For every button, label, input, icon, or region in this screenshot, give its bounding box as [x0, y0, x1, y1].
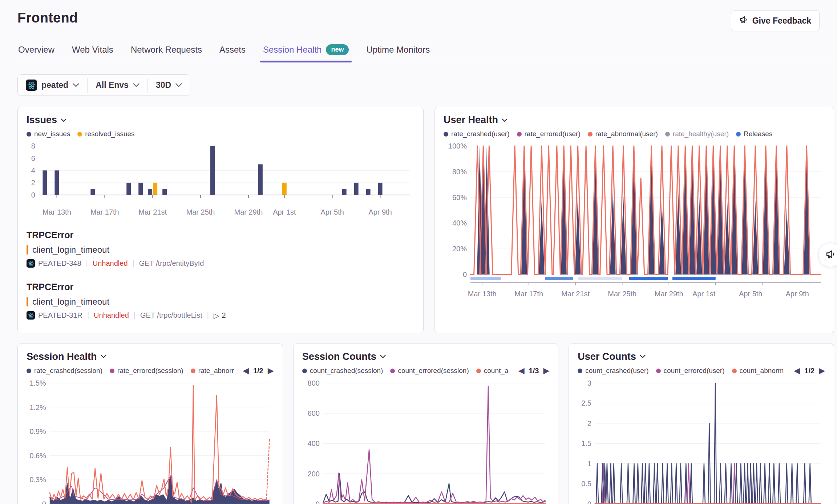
- legend-label: Releases: [744, 130, 772, 138]
- svg-text:60%: 60%: [452, 194, 467, 202]
- tab-label: Web Vitals: [72, 45, 113, 55]
- legend-dot-icon: [476, 369, 481, 373]
- replay-count[interactable]: ▷ 2: [214, 311, 226, 320]
- legend-item[interactable]: rate_crashed(user): [444, 130, 510, 138]
- environment-filter[interactable]: All Envs: [88, 75, 147, 95]
- issues-bar-chart[interactable]: 02468Mar 13thMar 17thMar 21stMar 25thMar…: [27, 142, 415, 220]
- user-health-chart[interactable]: 020%40%60%80%100%Mar 13thMar 17thMar 21s…: [444, 142, 825, 301]
- legend-item[interactable]: count_crashed(user): [578, 367, 648, 375]
- legend-item[interactable]: count_errored(user): [656, 367, 725, 375]
- legend-item[interactable]: rate_errored(session): [110, 367, 183, 375]
- legend-dot-icon: [578, 369, 582, 373]
- svg-text:0: 0: [315, 500, 319, 504]
- issue-endpoint: GET /trpc/bottleList: [140, 311, 202, 320]
- legend-item[interactable]: count_abnorm: [732, 367, 784, 375]
- svg-text:0.5: 0.5: [581, 480, 591, 488]
- svg-text:2: 2: [31, 179, 35, 187]
- issue-row[interactable]: TRPCError client_login_timeout PEATED-34…: [27, 223, 415, 275]
- svg-text:2: 2: [587, 419, 591, 427]
- tab[interactable]: Web Vitals: [71, 42, 114, 62]
- unhandled-tag: Unhandled: [94, 311, 129, 320]
- pager-prev-icon[interactable]: ◀: [243, 367, 249, 375]
- chevron-down-icon: [380, 355, 386, 358]
- user-health-panel-title-menu[interactable]: User Health: [444, 114, 825, 126]
- legend-label: count_crashed(session): [310, 367, 383, 375]
- legend-item[interactable]: count_errored(session): [390, 367, 469, 375]
- legend-dot-icon: [27, 132, 31, 137]
- legend-item[interactable]: count_a: [476, 367, 509, 375]
- legend-dot-icon: [191, 369, 195, 373]
- issue-type[interactable]: TRPCError: [27, 282, 415, 292]
- error-level-bar: [27, 297, 28, 306]
- svg-text:Apr 1st: Apr 1st: [273, 208, 296, 216]
- svg-text:Mar 13th: Mar 13th: [468, 290, 497, 298]
- error-level-bar: [27, 245, 28, 255]
- legend-item[interactable]: new_issues: [27, 130, 70, 138]
- user-counts-panel-title-menu[interactable]: User Counts: [578, 351, 825, 362]
- legend-item[interactable]: rate_healthy(user): [665, 130, 729, 138]
- session-counts-panel-title-menu[interactable]: Session Counts: [302, 351, 550, 362]
- legend-label: rate_crashed(session): [34, 367, 102, 375]
- tab[interactable]: Overview: [17, 42, 55, 62]
- legend-item[interactable]: resolved_issues: [77, 130, 134, 138]
- svg-text:2.5: 2.5: [581, 399, 591, 407]
- react-project-icon: [27, 259, 35, 268]
- svg-text:Mar 25th: Mar 25th: [608, 290, 636, 298]
- legend-dot-icon: [444, 132, 448, 137]
- svg-text:Mar 25th: Mar 25th: [186, 208, 215, 216]
- legend-dot-icon: [390, 369, 395, 373]
- svg-text:3: 3: [587, 379, 591, 387]
- pager-prev-icon[interactable]: ◀: [518, 367, 525, 375]
- svg-text:40%: 40%: [452, 219, 467, 227]
- issue-row[interactable]: TRPCError client_login_timeout PEATED-31…: [27, 275, 415, 327]
- chevron-down-icon: [73, 83, 79, 87]
- svg-text:Mar 17th: Mar 17th: [90, 208, 119, 216]
- give-feedback-button[interactable]: Give Feedback: [731, 10, 820, 31]
- svg-text:1.5%: 1.5%: [29, 379, 46, 387]
- svg-text:20%: 20%: [452, 245, 467, 253]
- legend-item[interactable]: rate_abnorr: [191, 367, 234, 375]
- svg-text:Apr 5th: Apr 5th: [321, 208, 344, 216]
- tab[interactable]: Assets: [219, 42, 246, 62]
- session-health-panel-title-menu[interactable]: Session Health: [27, 351, 274, 362]
- tab[interactable]: Network Requests: [130, 42, 203, 62]
- user-counts-chart[interactable]: 00.511.522.53Mar 13thMar 21stApr 1stApr …: [578, 379, 825, 504]
- legend-label: count_abnorm: [740, 367, 784, 375]
- legend-item[interactable]: rate_abnormal(user): [588, 130, 658, 138]
- tab-label: Network Requests: [131, 45, 202, 55]
- svg-text:200: 200: [307, 470, 319, 477]
- legend-dot-icon: [110, 369, 114, 373]
- legend-item[interactable]: rate_crashed(session): [27, 367, 102, 375]
- svg-text:Apr 9th: Apr 9th: [368, 208, 392, 216]
- svg-text:0: 0: [42, 500, 46, 504]
- pager-next-icon[interactable]: ▶: [268, 367, 274, 375]
- pager-next-icon[interactable]: ▶: [819, 367, 825, 375]
- issue-list: TRPCError client_login_timeout PEATED-34…: [27, 223, 415, 327]
- pager-next-icon[interactable]: ▶: [543, 367, 549, 375]
- svg-text:400: 400: [307, 439, 319, 447]
- tab[interactable]: Uptime Monitors: [365, 42, 430, 62]
- date-range-filter[interactable]: 30D: [148, 75, 190, 95]
- issue-type[interactable]: TRPCError: [27, 230, 415, 240]
- chevron-down-icon: [101, 355, 106, 358]
- svg-text:600: 600: [307, 409, 319, 417]
- issue-project: PEATED-31R: [27, 311, 82, 320]
- legend-label: new_issues: [34, 130, 70, 138]
- page-title: Frontend: [17, 10, 78, 26]
- issues-panel-title-menu[interactable]: Issues: [27, 114, 415, 126]
- tab[interactable]: Session Health new: [262, 42, 349, 62]
- legend-item[interactable]: Releases: [736, 130, 772, 138]
- user-health-legend: rate_crashed(user) rate_errored(user) ra…: [444, 130, 772, 138]
- svg-text:1.5: 1.5: [581, 439, 591, 447]
- project-filter[interactable]: peated: [18, 75, 87, 95]
- react-project-icon: [27, 311, 35, 320]
- session-health-chart[interactable]: 00.3%0.6%0.9%1.2%1.5%Mar 13thMar 21stApr…: [27, 379, 274, 504]
- legend-item[interactable]: count_crashed(session): [302, 367, 383, 375]
- legend-dot-icon: [656, 369, 661, 373]
- legend-item[interactable]: rate_errored(user): [517, 130, 581, 138]
- unhandled-tag: Unhandled: [93, 259, 128, 268]
- session-counts-chart[interactable]: 0200400600800Mar 13thMar 21stApr 1stApr …: [302, 379, 550, 504]
- legend-label: count_errored(user): [664, 367, 725, 375]
- pager-prev-icon[interactable]: ◀: [794, 367, 800, 375]
- issues-legend: new_issues resolved_issues: [27, 130, 135, 138]
